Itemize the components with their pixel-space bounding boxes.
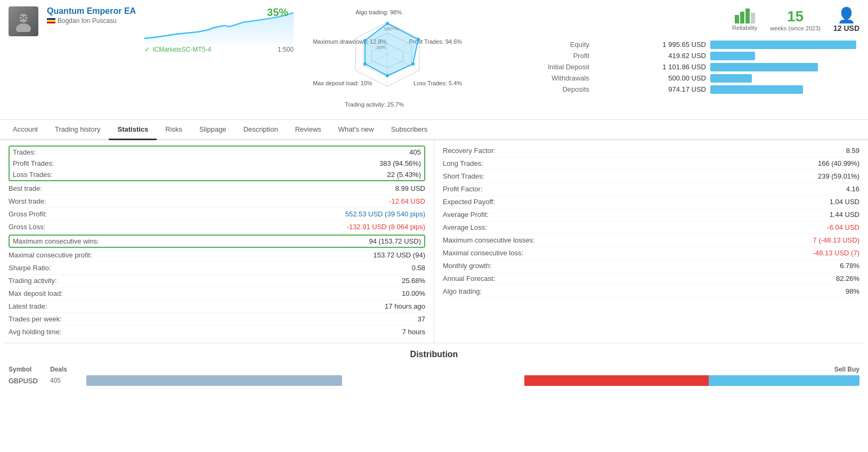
tab-whats-new[interactable]: What's new xyxy=(330,120,383,140)
stat-value: 37 xyxy=(418,315,425,323)
stat-row: Loss Trades: 22 (5.43%) xyxy=(10,169,424,180)
metric-value: 974.17 USD xyxy=(594,84,710,95)
reliability-bars xyxy=(735,9,755,23)
stat-row: Average Profit: 1.44 USD xyxy=(443,208,859,221)
stat-label: Gross Loss: xyxy=(9,223,45,231)
sell-header: Sell Buy xyxy=(834,366,859,373)
metric-bar-cell xyxy=(710,39,859,50)
stat-label: Avg holding time: xyxy=(9,328,62,336)
metric-label: Profit xyxy=(481,50,594,61)
stat-row: Profit Factor: 4.16 xyxy=(443,183,859,196)
stat-value: 1.04 USD xyxy=(830,198,859,206)
metric-value: 1 101.86 USD xyxy=(594,61,710,72)
stat-label: Average Profit: xyxy=(443,211,489,219)
svg-text:50%: 50% xyxy=(377,45,386,50)
dist-deals-count: 405 xyxy=(50,377,82,384)
stat-value: 8.99 USD xyxy=(395,184,425,192)
stat-label: Maximal consecutive loss: xyxy=(443,249,523,257)
tab-subscribers[interactable]: Subscribers xyxy=(383,120,436,140)
stat-row: Best trade: 8.99 USD xyxy=(9,182,425,195)
tab-risks[interactable]: Risks xyxy=(157,120,191,140)
stat-label: Gross Profit: xyxy=(9,210,47,218)
stat-row: Annual Forecast: 82.26% xyxy=(443,272,859,285)
stat-value: 383 (94.56%) xyxy=(379,159,421,167)
metric-row: Initial Deposit 1 101.86 USD xyxy=(481,61,859,72)
stat-label: Algo trading: xyxy=(443,287,482,295)
rel-bar-4 xyxy=(751,13,755,23)
stat-label: Monthly growth: xyxy=(443,262,492,270)
stat-value: 8.59 xyxy=(846,147,859,155)
stat-value: -12.64 USD xyxy=(389,197,425,205)
stat-row: Algo trading: 98% xyxy=(443,285,859,298)
metric-bar xyxy=(710,85,803,94)
price-box: 👤 12 USD xyxy=(833,6,859,33)
stat-row: Worst trade: -12.64 USD xyxy=(9,195,425,208)
metric-bar-cell xyxy=(710,61,859,72)
stats-right: Recovery Factor: 8.59Long Trades: 166 (4… xyxy=(434,140,868,343)
svg-point-12 xyxy=(386,22,389,25)
dist-symbol: GBPUSD xyxy=(9,377,46,385)
broker-label: ICMarketsSC-MT5-4 xyxy=(152,46,211,53)
trades-highlight-box: Trades: 405Profit Trades: 383 (94.56%)Lo… xyxy=(9,146,425,181)
svg-point-17 xyxy=(363,39,367,42)
stat-row: Gross Loss: -132.91 USD (8 064 pips) xyxy=(9,221,425,233)
rel-bar-3 xyxy=(745,9,750,23)
svg-point-13 xyxy=(417,38,420,41)
price-value: 12 USD xyxy=(833,24,859,33)
stat-value: 405 xyxy=(409,148,421,156)
metric-label: Initial Deposit xyxy=(481,61,594,72)
stat-row: Trading activity: 25.68% xyxy=(9,275,425,287)
metric-bar xyxy=(710,41,856,49)
stat-label: Maximum consecutive wins: xyxy=(13,237,99,245)
svg-point-16 xyxy=(363,62,367,66)
stat-row: Profit Trades: 383 (94.56%) xyxy=(10,158,424,169)
stat-label: Loss Trades: xyxy=(13,171,52,179)
stat-row: Short Trades: 239 (59.01%) xyxy=(443,170,859,183)
stat-label: Sharpe Ratio: xyxy=(9,264,51,272)
tab-slippage[interactable]: Slippage xyxy=(191,120,235,140)
chart-bottom: ✓ ICMarketsSC-MT5-4 1:500 xyxy=(144,45,294,53)
metric-bar xyxy=(710,63,818,71)
tab-trading-history[interactable]: Trading history xyxy=(46,120,109,140)
metric-bar-cell xyxy=(710,50,859,61)
profile-info: Quantum Emperor EA Bogdan Ion Puscasu xyxy=(47,6,136,25)
tabs-bar: AccountTrading historyStatisticsRisksSli… xyxy=(0,120,868,140)
stat-value: 98% xyxy=(846,287,859,295)
stat-label: Maximal consecutive profit: xyxy=(9,251,92,259)
header: Quantum Emperor EA Bogdan Ion Puscasu 35… xyxy=(0,0,868,120)
check-icon: ✓ xyxy=(144,45,150,53)
stat-row: Maximal consecutive profit: 153.72 USD (… xyxy=(9,249,425,262)
tab-account[interactable]: Account xyxy=(4,120,46,140)
stat-row: Gross Profit: 552.53 USD (39 540 pips) xyxy=(9,208,425,221)
stat-value: -48.13 USD (7) xyxy=(813,249,859,257)
stat-row: Max deposit load: 10.00% xyxy=(9,287,425,300)
stat-label: Long Trades: xyxy=(443,159,483,167)
reliability-row: Reliability 15 weeks (since 2023) 👤 12 U… xyxy=(481,6,859,33)
stat-value: 552.53 USD (39 540 pips) xyxy=(345,210,425,218)
stat-value: 166 (40.99%) xyxy=(818,159,859,167)
profile-name[interactable]: Quantum Emperor EA xyxy=(47,6,136,16)
stat-value: -132.91 USD (8 064 pips) xyxy=(347,223,425,231)
metric-value: 419.62 USD xyxy=(594,50,710,61)
stat-row: Recovery Factor: 8.59 xyxy=(443,144,859,157)
stat-row: Trades: 405 xyxy=(10,147,424,158)
tab-reviews[interactable]: Reviews xyxy=(287,120,330,140)
stat-row: Expected Payoff: 1.04 USD xyxy=(443,196,859,208)
stat-value: 17 hours ago xyxy=(385,302,425,310)
metrics-table: Equity 1 995.65 USD Profit 419.62 USD In… xyxy=(481,39,859,95)
max-wins-highlight-box: Maximum consecutive wins: 94 (153.72 USD… xyxy=(9,235,425,248)
stat-value: 1.44 USD xyxy=(830,211,859,219)
stat-row: Average Loss: -6.04 USD xyxy=(443,221,859,234)
person-icon: 👤 xyxy=(837,6,856,24)
stat-label: Expected Payoff: xyxy=(443,198,495,206)
profile-author: Bogdan Ion Puscasu xyxy=(58,17,117,25)
rel-bar-1 xyxy=(735,15,739,23)
tab-statistics[interactable]: Statistics xyxy=(109,120,157,140)
tab-description[interactable]: Description xyxy=(235,120,287,140)
stat-row: Maximum consecutive wins: 94 (153.72 USD… xyxy=(10,236,424,247)
metric-row: Profit 419.62 USD xyxy=(481,50,859,61)
radar-area: Algo trading: 98% Profit Trades: 94.6% L… xyxy=(302,6,473,113)
radar-algo-label: Algo trading: 98% xyxy=(355,9,402,15)
chart-percent: 35% xyxy=(267,6,288,19)
sell-buy-bars xyxy=(441,375,860,386)
